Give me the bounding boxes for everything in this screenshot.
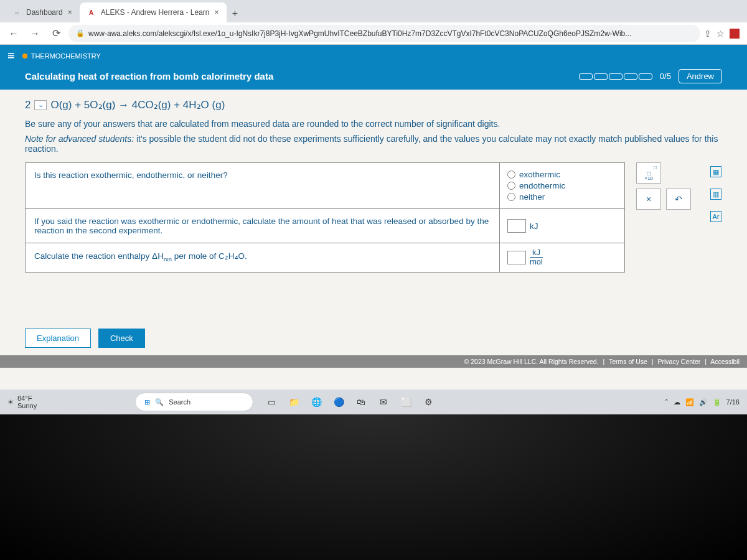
explorer-icon[interactable]: 📁: [286, 394, 302, 410]
app-icon[interactable]: ⬜: [398, 394, 414, 410]
option-label: exothermic: [519, 170, 560, 179]
topic-title: Calculating heat of reaction from bomb c…: [25, 71, 273, 82]
battery-icon[interactable]: 🔋: [713, 398, 721, 406]
edge-icon[interactable]: 🌐: [308, 394, 324, 410]
option-label: endothermic: [519, 181, 565, 190]
option-exothermic[interactable]: exothermic: [507, 170, 617, 179]
unit-label: kJ: [530, 222, 538, 231]
search-icon: 🔍: [155, 398, 164, 406]
instruction-advanced: Note for advanced students: it's possibl…: [25, 134, 722, 154]
temperature: 84°F: [17, 394, 37, 402]
question-1: Is this reaction exothermic, endothermic…: [26, 163, 500, 208]
browser-tab-bar: ○ Dashboard × A ALEKS - Andrew Herrera -…: [0, 0, 747, 22]
lock-icon: 🔒: [76, 29, 85, 37]
progress-count: 0/5: [660, 72, 671, 81]
close-icon[interactable]: ×: [214, 8, 218, 17]
progress-indicator: [579, 73, 652, 80]
calculator-icon[interactable]: ▦: [710, 166, 721, 177]
question-2: If you said the reaction was exothermic …: [26, 209, 500, 243]
note-prefix: Note for advanced students:: [25, 134, 134, 144]
share-icon[interactable]: ⇪: [704, 29, 712, 39]
chemical-equation: 2 ⌄ O(g) + 5O₂(g) → 4CO₂(g) + 4H₂O (g): [25, 98, 722, 111]
topic-category: THERMOCHEMISTRY: [22, 52, 101, 60]
settings-icon[interactable]: ⚙: [420, 394, 436, 410]
close-icon[interactable]: ×: [68, 8, 72, 17]
option-endothermic[interactable]: endothermic: [507, 181, 617, 190]
favicon-dashboard: ○: [12, 8, 21, 17]
store-icon[interactable]: 🛍: [353, 394, 369, 410]
data-table-icon[interactable]: ▥: [710, 189, 721, 200]
favicon-aleks: A: [87, 8, 96, 17]
sun-icon: ☀: [7, 398, 14, 406]
chevron-up-icon[interactable]: ˄: [665, 398, 669, 406]
user-name-pill[interactable]: Andrew: [679, 69, 722, 83]
url-input[interactable]: 🔒 www-awa.aleks.com/alekscgi/x/Isl.exe/1…: [68, 25, 700, 42]
laptop-bezel: [0, 414, 747, 560]
menu-icon[interactable]: ≡: [7, 49, 15, 63]
tab-title: ALEKS - Andrew Herrera - Learn: [101, 8, 210, 17]
windows-taskbar: ☀ 84°F Sunny ⊞ 🔍 Search ▭ 📁 🌐 🔵 🛍 ✉ ⬜ ⚙ …: [0, 390, 747, 414]
explanation-button[interactable]: Explanation: [25, 329, 91, 348]
address-bar: ← → ⟳ 🔒 www-awa.aleks.com/alekscgi/x/Isl…: [0, 22, 747, 45]
eq-body: O(g) + 5O₂(g) → 4CO₂(g) + 4H₂O (g): [50, 98, 225, 111]
check-button[interactable]: Check: [98, 329, 145, 348]
enthalpy-input[interactable]: [507, 251, 526, 264]
accessibility-link[interactable]: Accessibil: [710, 358, 740, 365]
forward-button[interactable]: →: [26, 25, 44, 42]
weather-condition: Sunny: [17, 402, 37, 409]
volume-icon[interactable]: 🔊: [699, 398, 708, 406]
tab-dashboard[interactable]: ○ Dashboard ×: [5, 2, 80, 22]
windows-icon: ⊞: [144, 398, 150, 406]
new-tab-button[interactable]: +: [227, 5, 244, 22]
star-icon[interactable]: ☆: [716, 29, 725, 39]
question-3: Calculate the reaction enthalpy ΔHrxn pe…: [26, 243, 500, 272]
search-placeholder: Search: [169, 398, 190, 406]
extension-icon[interactable]: [730, 29, 740, 39]
clock[interactable]: 7/16: [726, 398, 740, 406]
right-tool-column: ▦ ▥ Ar: [710, 162, 722, 273]
privacy-link[interactable]: Privacy Center: [657, 358, 700, 365]
taskbar-search[interactable]: ⊞ 🔍 Search: [135, 393, 253, 411]
option-label: neither: [519, 192, 545, 202]
url-text: www-awa.aleks.com/alekscgi/x/Isl.exe/1o_…: [88, 29, 631, 38]
back-button[interactable]: ←: [5, 25, 22, 42]
weather-widget[interactable]: ☀ 84°F Sunny: [7, 394, 37, 409]
undo-button[interactable]: ↶: [666, 189, 691, 210]
copyright-footer: © 2023 McGraw Hill LLC. All Rights Reser…: [0, 355, 747, 368]
equation-dropdown[interactable]: ⌄: [34, 100, 47, 110]
chrome-icon[interactable]: 🔵: [331, 394, 347, 410]
answer-table: Is this reaction exothermic, endothermic…: [25, 162, 625, 273]
category-dot-icon: [22, 54, 27, 58]
onedrive-icon[interactable]: ☁: [674, 398, 680, 406]
heat-input[interactable]: [507, 219, 526, 233]
date-text: 7/16: [726, 398, 740, 406]
eq-coef: 2: [25, 99, 31, 111]
sci-notation-button[interactable]: □□ ×10: [636, 162, 661, 184]
tab-aleks[interactable]: A ALEKS - Andrew Herrera - Learn ×: [80, 2, 227, 22]
category-label: THERMOCHEMISTRY: [31, 52, 101, 60]
copyright-text: © 2023 McGraw Hill LLC. All Rights Reser…: [464, 358, 599, 365]
mail-icon[interactable]: ✉: [375, 394, 392, 410]
clear-button[interactable]: ×: [636, 189, 661, 210]
system-tray: ˄ ☁ 📶 🔊 🔋 7/16: [665, 398, 740, 406]
periodic-table-icon[interactable]: Ar: [710, 211, 721, 222]
unit-fraction: kJ mol: [530, 248, 543, 267]
option-neither[interactable]: neither: [507, 192, 617, 202]
tab-title: Dashboard: [26, 8, 63, 17]
reload-button[interactable]: ⟳: [47, 25, 65, 42]
tool-palette: □□ ×10 × ↶: [636, 162, 698, 273]
terms-link[interactable]: Terms of Use: [609, 358, 647, 365]
wifi-icon[interactable]: 📶: [685, 398, 694, 406]
aleks-panel: ≡ THERMOCHEMISTRY Calculating heat of re…: [0, 45, 747, 431]
instruction-sigfigs: Be sure any of your answers that are cal…: [25, 119, 722, 129]
taskview-icon[interactable]: ▭: [263, 394, 280, 410]
